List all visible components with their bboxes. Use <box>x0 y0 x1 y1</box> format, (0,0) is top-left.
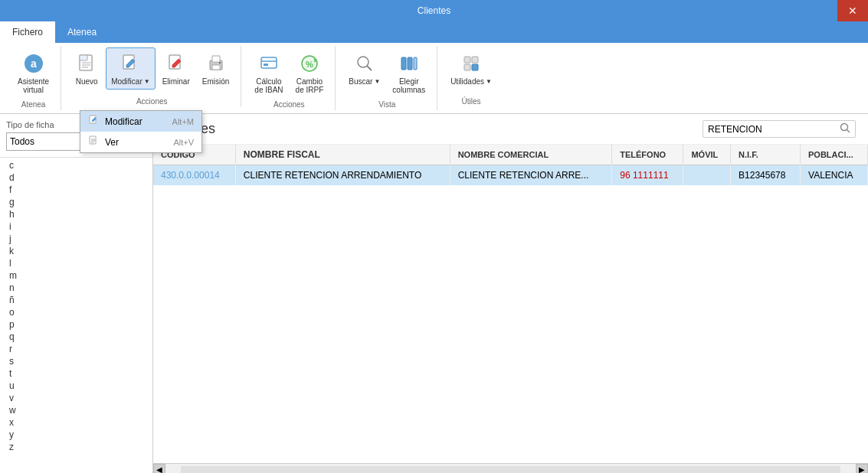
title-bar: Clientes ✕ <box>0 0 868 21</box>
alpha-j[interactable]: j <box>0 233 152 245</box>
scroll-left-arrow[interactable]: ◀ <box>153 464 165 474</box>
content-area: Clientes CÓDIGO NOMBRE FISCAL NOMBRE C <box>153 114 868 473</box>
alpha-n[interactable]: n <box>0 282 152 294</box>
alpha-w[interactable]: w <box>0 404 152 416</box>
nuevo-button[interactable]: Nuevo <box>69 47 104 90</box>
alpha-z[interactable]: z <box>0 441 152 453</box>
alpha-q[interactable]: q <box>0 331 152 343</box>
search-input[interactable] <box>708 124 840 135</box>
cell-nif: B12345678 <box>731 165 801 186</box>
svg-rect-21 <box>408 57 412 70</box>
utilidades-button[interactable]: Utilidades ▼ <box>445 47 497 90</box>
alpha-m[interactable]: m <box>0 269 152 282</box>
tab-atenea[interactable]: Atenea <box>55 21 109 43</box>
alpha-g[interactable]: g <box>0 196 152 208</box>
alpha-d[interactable]: d <box>0 171 152 184</box>
alpha-o[interactable]: o <box>0 306 152 318</box>
tab-fichero[interactable]: Fichero <box>0 21 55 43</box>
svg-rect-22 <box>414 57 417 70</box>
ribbon-content: a Asistentevirtual Atenea <box>0 43 868 113</box>
modificar-label: Modificar ▼ <box>111 77 150 86</box>
modificar-shortcut: Alt+M <box>172 117 194 126</box>
utilidades-label: Utilidades ▼ <box>450 77 492 86</box>
util-icon <box>459 51 483 76</box>
svg-text:%: % <box>306 60 313 69</box>
emision-button[interactable]: Emisión <box>197 47 235 90</box>
svg-rect-12 <box>219 62 221 64</box>
alpha-x[interactable]: x <box>0 416 152 429</box>
ribbon-tabs: Fichero Atenea <box>0 21 868 43</box>
atenea-group-label: Atenea <box>6 100 61 109</box>
ribbon-group-acciones2: Cálculode IBAN % Cambiode IRPF Acciones <box>243 46 336 110</box>
modificar-button[interactable]: Modificar ▼ <box>106 47 156 90</box>
buscar-button[interactable]: Buscar ▼ <box>343 47 385 98</box>
svg-rect-26 <box>472 64 478 70</box>
search-icon[interactable] <box>840 122 850 135</box>
svg-rect-10 <box>212 56 220 62</box>
asistente-virtual-button[interactable]: a Asistentevirtual <box>12 47 54 98</box>
data-table-wrap: CÓDIGO NOMBRE FISCAL NOMBRE COMERCIAL TE… <box>153 145 868 463</box>
calculo-iban-label: Cálculode IBAN <box>254 77 283 94</box>
col-nombre-fiscal[interactable]: NOMBRE FISCAL <box>235 145 450 165</box>
print-icon <box>204 51 228 76</box>
alpha-f[interactable]: f <box>0 184 152 196</box>
eliminar-label: Eliminar <box>162 77 190 86</box>
utiles-group-label: Útiles <box>439 97 503 106</box>
svg-point-18 <box>358 57 368 67</box>
irpf-icon: % <box>297 51 322 76</box>
search-box <box>703 120 856 138</box>
cambio-irpf-label: Cambiode IRPF <box>296 77 324 94</box>
alpha-s[interactable]: s <box>0 355 152 367</box>
alpha-list: c d f g h i j k l m n ñ o p q r s t u v … <box>0 158 152 473</box>
col-nombre-comercial[interactable]: NOMBRE COMERCIAL <box>450 145 612 165</box>
calculo-iban-button[interactable]: Cálculode IBAN <box>249 47 288 98</box>
cell-nombre-comercial: CLIENTE RETENCION ARRE... <box>450 165 612 186</box>
cell-poblacion: VALENCIA <box>801 165 868 186</box>
alpha-y[interactable]: y <box>0 429 152 441</box>
buscar-label: Buscar ▼ <box>349 77 380 86</box>
close-button[interactable]: ✕ <box>837 0 868 21</box>
modificar-dropdown: Modificar Alt+M Ver Alt+V <box>80 110 202 153</box>
col-poblacion[interactable]: POBLACI... <box>801 145 868 165</box>
ribbon-group-vista: Buscar ▼ Elegircolumnas Vista <box>337 46 437 110</box>
alpha-p[interactable]: p <box>0 318 152 331</box>
ver-shortcut: Alt+V <box>173 138 194 147</box>
svg-rect-15 <box>264 64 268 66</box>
tipo-ficha-value: Todos <box>10 136 34 147</box>
svg-rect-20 <box>401 57 406 70</box>
ribbon: Fichero Atenea a Asistentevirtual Aten <box>0 21 868 114</box>
scroll-right-arrow[interactable]: ▶ <box>856 464 868 474</box>
emision-label: Emisión <box>202 77 230 86</box>
alpha-i[interactable]: i <box>0 220 152 233</box>
table-header-row: CÓDIGO NOMBRE FISCAL NOMBRE COMERCIAL TE… <box>153 145 868 165</box>
cambio-irpf-button[interactable]: % Cambiode IRPF <box>290 47 329 98</box>
alpha-ñ[interactable]: ñ <box>0 294 152 306</box>
ribbon-group-atenea: a Asistentevirtual Atenea <box>6 46 61 110</box>
table-row[interactable]: 430.0.0.00014 CLIENTE RETENCION ARRENDAM… <box>153 165 868 186</box>
alpha-u[interactable]: u <box>0 380 152 392</box>
nuevo-label: Nuevo <box>76 77 98 86</box>
modificar-dropdown-item[interactable]: Modificar Alt+M <box>80 111 201 132</box>
utilidades-arrow: ▼ <box>486 78 492 85</box>
view-icon <box>88 135 99 148</box>
cell-nombre-fiscal: CLIENTE RETENCION ARRENDAMIENTO <box>235 165 450 186</box>
elegir-columnas-button[interactable]: Elegircolumnas <box>387 47 431 98</box>
alpha-l[interactable]: l <box>0 257 152 269</box>
alpha-h[interactable]: h <box>0 208 152 220</box>
alpha-k[interactable]: k <box>0 245 152 257</box>
cell-codigo: 430.0.0.00014 <box>153 165 235 186</box>
ver-dropdown-item[interactable]: Ver Alt+V <box>80 132 201 152</box>
eliminar-button[interactable]: Eliminar <box>157 47 195 90</box>
alpha-r[interactable]: r <box>0 343 152 355</box>
alpha-t[interactable]: t <box>0 367 152 380</box>
col-telefono[interactable]: TELÉFONO <box>612 145 683 165</box>
window-title: Clientes <box>418 5 450 16</box>
alpha-v[interactable]: v <box>0 392 152 404</box>
ribbon-group-utiles: Utilidades ▼ Útiles <box>439 46 503 107</box>
data-table: CÓDIGO NOMBRE FISCAL NOMBRE COMERCIAL TE… <box>153 145 868 185</box>
alpha-c[interactable]: c <box>0 159 152 171</box>
col-nif[interactable]: N.I.F. <box>731 145 801 165</box>
cell-telefono: 96 1111111 <box>612 165 683 186</box>
scroll-track[interactable] <box>181 466 840 474</box>
col-movil[interactable]: MÓVIL <box>683 145 731 165</box>
